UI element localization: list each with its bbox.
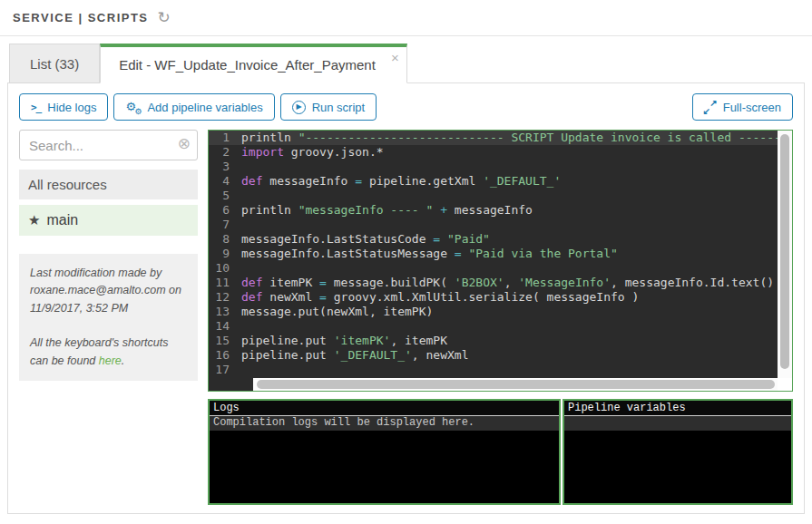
code-line[interactable]: 9messageInfo.LastStatusMessage = "Paid v… [209, 247, 778, 261]
sidebar-item-main-label: main [46, 212, 78, 228]
code-line[interactable]: 11def itemPK = message.buildPK( 'B2BOX',… [209, 276, 778, 290]
line-number: 10 [209, 261, 241, 276]
logs-console-message: Compilation logs will be displayed here. [210, 416, 559, 431]
code-text [241, 160, 778, 174]
code-line[interactable]: 16pipeline.put '_DEFAULT_', newXml [209, 348, 778, 363]
vertical-scrollbar-thumb[interactable] [780, 134, 789, 369]
code-editor[interactable]: 1println "---------------------------- S… [208, 130, 793, 392]
toolbar: >_ Hide logs ⚙ ⚙ Add pipeline variables … [8, 83, 804, 130]
code-text: def messageInfo = pipeline.getXml '_DEFA… [241, 174, 778, 189]
code-text [241, 363, 778, 377]
line-number: 4 [209, 174, 241, 189]
pipeline-variables-title: Pipeline variables [564, 401, 791, 416]
line-number: 7 [209, 218, 241, 232]
info-box: Last modification made by roxane.mace@am… [19, 254, 198, 381]
play-icon: ▶ [292, 101, 306, 114]
close-icon[interactable]: × [391, 51, 399, 64]
code-line[interactable]: 14 [209, 319, 778, 334]
run-script-label: Run script [312, 101, 366, 114]
code-line[interactable]: 12def newXml = groovy.xml.XmlUtil.serial… [209, 290, 778, 305]
code-line[interactable]: 13message.put(newXml, itemPK) [209, 305, 778, 319]
line-number: 13 [209, 305, 241, 319]
tab-bar: List (33) Edit - WF_Update_Invoice_After… [9, 44, 812, 82]
search-input[interactable] [19, 130, 198, 160]
line-number: 9 [209, 247, 241, 261]
code-line[interactable]: 8messageInfo.LastStatusCode = "Paid" [209, 232, 778, 247]
consoles-row: Logs Compilation logs will be displayed … [208, 399, 793, 505]
logs-console: Logs Compilation logs will be displayed … [208, 399, 561, 505]
content-row: ⊗ All resources ★ main Last modification… [8, 130, 804, 505]
last-modification-text: Last modification made by roxane.mace@am… [30, 265, 187, 317]
code-text [241, 189, 778, 203]
code-line[interactable]: 15pipeline.put 'itemPK', itemPK [209, 334, 778, 348]
add-pipeline-variables-button[interactable]: ⚙ ⚙ Add pipeline variables [113, 93, 274, 121]
tab-list-label: List (33) [30, 56, 79, 72]
line-number: 5 [209, 189, 241, 203]
code-text: def newXml = groovy.xml.XmlUtil.serializ… [241, 290, 778, 305]
horizontal-scrollbar-thumb[interactable] [257, 380, 775, 389]
code-line[interactable]: 4def messageInfo = pipeline.getXml '_DEF… [209, 174, 778, 189]
gears-icon: ⚙ ⚙ [125, 100, 141, 114]
code-line[interactable]: 7 [209, 218, 778, 232]
pipeline-variables-empty-row [564, 416, 791, 431]
tab-list[interactable]: List (33) [9, 44, 100, 83]
app-header: SERVICE | SCRIPTS ↻ [0, 0, 812, 36]
code-text: println "---------------------------- SC… [241, 131, 778, 145]
tab-edit-script[interactable]: Edit - WF_Update_Invoice_After_Payment × [100, 44, 407, 83]
horizontal-scrollbar-row [209, 378, 792, 391]
sidebar-item-main[interactable]: ★ main [19, 205, 198, 236]
run-script-button[interactable]: ▶ Run script [280, 93, 377, 121]
code-text: message.put(newXml, itemPK) [241, 305, 778, 319]
pipeline-variables-console: Pipeline variables [563, 399, 793, 505]
terminal-icon: >_ [31, 102, 41, 113]
code-line[interactable]: 1println "---------------------------- S… [209, 131, 778, 145]
code-line[interactable]: 3 [209, 160, 778, 174]
line-number: 11 [209, 276, 241, 290]
line-number: 15 [209, 334, 241, 348]
code-text: pipeline.put 'itemPK', itemPK [241, 334, 778, 348]
code-text: def itemPK = message.buildPK( 'B2BOX', '… [241, 276, 778, 290]
code-line[interactable]: 5 [209, 189, 778, 203]
code-text: import groovy.json.* [241, 145, 778, 160]
line-number: 12 [209, 290, 241, 305]
code-line[interactable]: 6println "messageInfo ---- " + messageIn… [209, 203, 778, 218]
line-number: 1 [209, 131, 241, 145]
code-text [241, 261, 778, 276]
code-text: messageInfo.LastStatusMessage = "Paid vi… [241, 247, 778, 261]
clear-search-icon[interactable]: ⊗ [178, 136, 191, 151]
add-pipeline-variables-label: Add pipeline variables [147, 101, 262, 114]
code-text [241, 319, 778, 334]
scrollbar-gutter-spacer [209, 378, 253, 391]
line-number: 8 [209, 232, 241, 247]
horizontal-scrollbar[interactable] [253, 378, 778, 391]
line-number: 14 [209, 319, 241, 334]
code-line[interactable]: 2import groovy.json.* [209, 145, 778, 160]
resource-sidebar: ⊗ All resources ★ main Last modification… [19, 130, 198, 505]
code-text: pipeline.put '_DEFAULT_', newXml [241, 348, 778, 363]
tab-edit-label: Edit - WF_Update_Invoice_After_Payment [119, 57, 376, 73]
hide-logs-button[interactable]: >_ Hide logs [19, 93, 108, 121]
line-number: 17 [209, 363, 241, 377]
code-lines[interactable]: 1println "---------------------------- S… [209, 131, 778, 378]
search-box: ⊗ [19, 130, 198, 160]
code-line[interactable]: 17 [209, 363, 778, 377]
code-line[interactable]: 10 [209, 261, 778, 276]
page-title: SERVICE | SCRIPTS [13, 11, 149, 24]
line-number: 2 [209, 145, 241, 160]
full-screen-button[interactable]: ↗ ↙ Full-screen [692, 93, 793, 121]
refresh-icon[interactable]: ↻ [158, 10, 171, 25]
scrollbar-corner [778, 378, 792, 391]
shortcuts-link[interactable]: here [99, 354, 122, 367]
shortcuts-text: All the keyboard's shortcuts can be foun… [30, 335, 187, 370]
code-text: println "messageInfo ---- " + messageInf… [241, 203, 778, 218]
code-text [241, 218, 778, 232]
editor-main: 1println "---------------------------- S… [209, 131, 792, 378]
vertical-scrollbar[interactable] [778, 131, 792, 378]
full-screen-label: Full-screen [723, 101, 781, 114]
hide-logs-label: Hide logs [47, 101, 96, 114]
line-number: 3 [209, 160, 241, 174]
sidebar-item-all-resources[interactable]: All resources [19, 170, 198, 199]
code-text: messageInfo.LastStatusCode = "Paid" [241, 232, 778, 247]
line-number: 16 [209, 348, 241, 363]
script-editor-panel: >_ Hide logs ⚙ ⚙ Add pipeline variables … [7, 82, 805, 514]
